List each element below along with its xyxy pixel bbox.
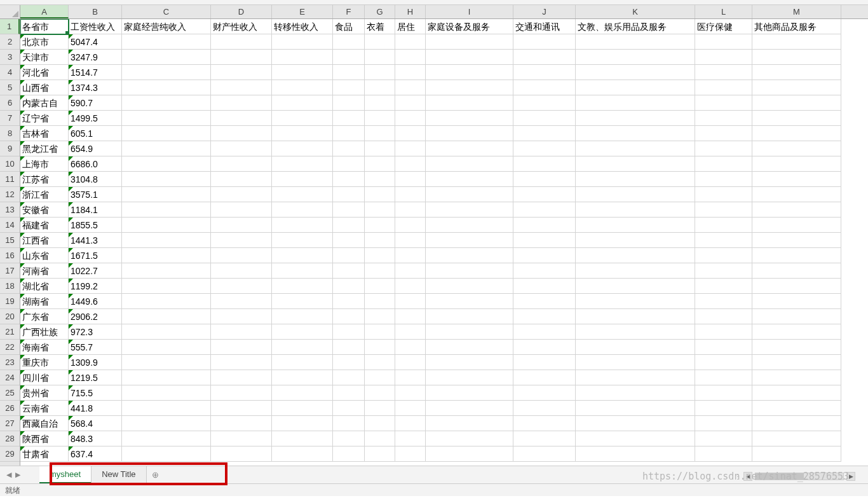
cell-K22[interactable] — [576, 340, 695, 355]
cell-C22[interactable] — [122, 340, 211, 355]
row-header-29[interactable]: 29 — [0, 446, 20, 462]
row-header-5[interactable]: 5 — [0, 80, 20, 95]
cell-G19[interactable] — [365, 294, 395, 309]
cell-B6[interactable]: 590.7 — [69, 95, 122, 111]
cell-G12[interactable] — [365, 187, 395, 202]
cell-B4[interactable]: 1514.7 — [69, 65, 122, 80]
cell-K20[interactable] — [576, 309, 695, 324]
cell-I10[interactable] — [426, 156, 513, 172]
cell-C4[interactable] — [122, 65, 211, 80]
row-header-10[interactable]: 10 — [0, 156, 20, 172]
cell-B23[interactable]: 1309.9 — [69, 355, 122, 370]
cell-I29[interactable] — [426, 446, 513, 462]
cell-K6[interactable] — [576, 95, 695, 111]
cell-L28[interactable] — [695, 431, 752, 446]
cell-D6[interactable] — [211, 95, 272, 111]
cell-K27[interactable] — [576, 416, 695, 431]
cell-I27[interactable] — [426, 416, 513, 431]
cell-A6[interactable]: 内蒙古自 — [20, 95, 69, 111]
cell-D5[interactable] — [211, 80, 272, 95]
cell-B1[interactable]: 工资性收入 — [69, 19, 122, 34]
cell-F20[interactable] — [333, 309, 365, 324]
cell-H4[interactable] — [395, 65, 426, 80]
cell-L2[interactable] — [695, 34, 752, 50]
cell-D4[interactable] — [211, 65, 272, 80]
column-header-I[interactable]: I — [426, 5, 513, 18]
cell-M6[interactable] — [752, 95, 841, 111]
row-header-12[interactable]: 12 — [0, 187, 20, 202]
cell-G28[interactable] — [365, 431, 395, 446]
cell-E13[interactable] — [272, 202, 333, 218]
cell-G3[interactable] — [365, 50, 395, 65]
cell-H27[interactable] — [395, 416, 426, 431]
cell-E1[interactable]: 转移性收入 — [272, 19, 333, 34]
cell-F6[interactable] — [333, 95, 365, 111]
cell-F11[interactable] — [333, 172, 365, 187]
cell-D14[interactable] — [211, 218, 272, 233]
cell-D11[interactable] — [211, 172, 272, 187]
row-header-25[interactable]: 25 — [0, 385, 20, 401]
cell-L20[interactable] — [695, 309, 752, 324]
row-header-9[interactable]: 9 — [0, 141, 20, 156]
cell-D19[interactable] — [211, 294, 272, 309]
cell-I23[interactable] — [426, 355, 513, 370]
cell-F15[interactable] — [333, 233, 365, 248]
cell-H20[interactable] — [395, 309, 426, 324]
cell-G26[interactable] — [365, 401, 395, 416]
cell-D17[interactable] — [211, 263, 272, 279]
cell-A12[interactable]: 浙江省 — [20, 187, 69, 202]
cell-L7[interactable] — [695, 111, 752, 126]
cell-C11[interactable] — [122, 172, 211, 187]
cell-G2[interactable] — [365, 34, 395, 50]
cell-J4[interactable] — [513, 65, 576, 80]
cell-I13[interactable] — [426, 202, 513, 218]
cell-B17[interactable]: 1022.7 — [69, 263, 122, 279]
row-header-2[interactable]: 2 — [0, 34, 20, 50]
cell-F21[interactable] — [333, 324, 365, 340]
column-header-F[interactable]: F — [333, 5, 365, 18]
row-header-23[interactable]: 23 — [0, 355, 20, 370]
cell-A19[interactable]: 湖南省 — [20, 294, 69, 309]
cell-D16[interactable] — [211, 248, 272, 263]
cell-M27[interactable] — [752, 416, 841, 431]
cell-M24[interactable] — [752, 370, 841, 385]
cell-C21[interactable] — [122, 324, 211, 340]
cell-M7[interactable] — [752, 111, 841, 126]
cell-I17[interactable] — [426, 263, 513, 279]
add-sheet-button[interactable]: ⊕ — [147, 467, 165, 483]
cell-K2[interactable] — [576, 34, 695, 50]
cell-G18[interactable] — [365, 279, 395, 294]
cell-H15[interactable] — [395, 233, 426, 248]
cell-G27[interactable] — [365, 416, 395, 431]
cell-A18[interactable]: 湖北省 — [20, 279, 69, 294]
cell-I8[interactable] — [426, 126, 513, 141]
cell-A10[interactable]: 上海市 — [20, 156, 69, 172]
cell-L4[interactable] — [695, 65, 752, 80]
cell-K9[interactable] — [576, 141, 695, 156]
row-header-24[interactable]: 24 — [0, 370, 20, 385]
cell-L14[interactable] — [695, 218, 752, 233]
cell-G20[interactable] — [365, 309, 395, 324]
cell-L18[interactable] — [695, 279, 752, 294]
cell-J9[interactable] — [513, 141, 576, 156]
cell-G14[interactable] — [365, 218, 395, 233]
cell-K13[interactable] — [576, 202, 695, 218]
cell-B18[interactable]: 1199.2 — [69, 279, 122, 294]
cell-L9[interactable] — [695, 141, 752, 156]
cell-D3[interactable] — [211, 50, 272, 65]
cell-H1[interactable]: 居住 — [395, 19, 426, 34]
cell-D9[interactable] — [211, 141, 272, 156]
cell-F24[interactable] — [333, 370, 365, 385]
cell-H25[interactable] — [395, 385, 426, 401]
cell-B25[interactable]: 715.5 — [69, 385, 122, 401]
cell-L22[interactable] — [695, 340, 752, 355]
cell-G15[interactable] — [365, 233, 395, 248]
cell-M20[interactable] — [752, 309, 841, 324]
cell-D24[interactable] — [211, 370, 272, 385]
cell-M19[interactable] — [752, 294, 841, 309]
cell-C9[interactable] — [122, 141, 211, 156]
cell-B26[interactable]: 441.8 — [69, 401, 122, 416]
cell-J18[interactable] — [513, 279, 576, 294]
row-header-27[interactable]: 27 — [0, 416, 20, 431]
cell-L27[interactable] — [695, 416, 752, 431]
